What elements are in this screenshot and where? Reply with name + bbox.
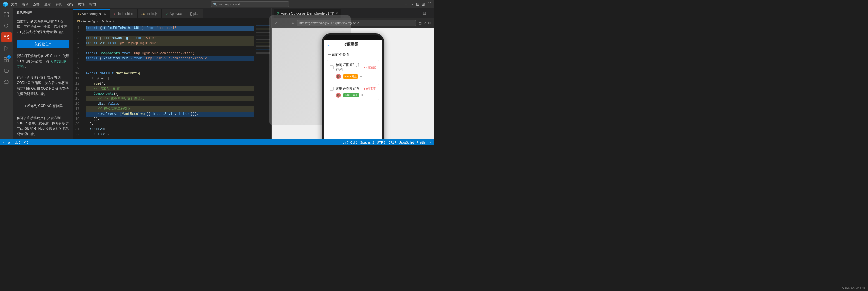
- preview-close-button[interactable]: ✕: [336, 12, 338, 15]
- menu-run[interactable]: 运行: [67, 2, 73, 7]
- tab-index-html-label: index.html: [118, 12, 133, 16]
- tab-more[interactable]: {} pi...: [186, 9, 203, 18]
- tab-index-html[interactable]: ◇ index.html: [110, 9, 138, 18]
- svg-marker-7: [5, 46, 8, 51]
- sidebar-coding-text: 你还可直接将此文件夹发布到 CODING 存储库。发布后，你将有权访问由 Git…: [13, 72, 73, 99]
- phone-section-title: 开庭前准备 5: [324, 50, 382, 59]
- vscode-logo-icon: [3, 2, 8, 7]
- status-language[interactable]: JavaScript: [399, 141, 413, 144]
- task-meta-1: 🐻 03-28 截止 ≡: [330, 74, 376, 79]
- status-cursor[interactable]: Ln 7, Col 1: [343, 141, 358, 144]
- activity-search[interactable]: [1, 21, 11, 31]
- tab-bar: JS vite.config.js ✕ ◇ index.html JS main…: [73, 8, 271, 18]
- svg-rect-12: [7, 60, 9, 62]
- svg-point-0: [4, 24, 8, 27]
- sidebar-title: 源代码管理: [13, 8, 73, 16]
- tab-more-label: {} pi...: [190, 12, 198, 16]
- browser-open-external-icon[interactable]: ⬒: [418, 21, 422, 25]
- activity-run[interactable]: [1, 43, 11, 53]
- nav-back-icon[interactable]: ←: [404, 2, 408, 6]
- breadcrumb-separator: ›: [99, 20, 100, 23]
- init-repo-button[interactable]: 初始化仓库: [17, 40, 69, 48]
- sidebar-github-text: 你可以直接将此文件夹发布到 GitHub 仓库。发布后，你将有权访问由 Git …: [13, 113, 73, 139]
- svg-line-1: [7, 27, 9, 28]
- extensions-badge: 1: [7, 55, 11, 59]
- menu-file[interactable]: 文件: [11, 2, 18, 7]
- tab-vite-config-label: vite.config.js: [83, 12, 101, 16]
- menu-terminal[interactable]: 终端: [78, 2, 85, 7]
- preview-content: ‹ e租宝案 开庭前准备 5 核对证据原件并存档 e租宝案: [272, 28, 434, 139]
- code-content[interactable]: import { fileURLToPath, URL } from 'node…: [83, 24, 254, 139]
- activity-explorer[interactable]: [1, 9, 11, 20]
- svg-point-3: [7, 38, 9, 39]
- menu-goto[interactable]: 转到: [56, 2, 62, 7]
- phone-back-button[interactable]: ‹: [328, 42, 329, 47]
- menu-select[interactable]: 选择: [33, 2, 40, 7]
- tab-vite-config[interactable]: JS vite.config.js ✕: [73, 9, 110, 18]
- more-options-icon[interactable]: ···: [428, 11, 432, 16]
- phone-title: e租宝案: [331, 42, 371, 47]
- breadcrumb: JS vite.config.js › ⊙ default: [73, 18, 271, 24]
- task-dot-2: [364, 88, 365, 90]
- tab-main-js[interactable]: JS main.js: [138, 9, 162, 18]
- tab-app-vue[interactable]: ▽ App.vue: [162, 9, 186, 18]
- breadcrumb-file[interactable]: vite.config.js: [81, 20, 98, 23]
- activity-extensions[interactable]: 1: [1, 55, 11, 65]
- tab-overflow-button[interactable]: ···: [203, 9, 211, 18]
- search-box[interactable]: 🔍 vuejs-quickstart: [211, 1, 289, 7]
- breadcrumb-file-icon: JS: [76, 20, 80, 23]
- task-item-2: 调取并查阅案卷 e租宝案 🐻 下周一 截止 ≡: [327, 84, 379, 100]
- split-editor-icon[interactable]: ⊟: [416, 2, 420, 6]
- tab-main-js-label: main.js: [147, 12, 157, 16]
- layout-icon[interactable]: ⊞: [422, 2, 425, 6]
- task-tag-1: e租宝案: [364, 65, 376, 69]
- task-list-icon-2: ≡: [361, 93, 363, 97]
- search-area: 🔍 vuejs-quickstart: [99, 1, 401, 7]
- task-item-1: 核对证据原件并存档 e租宝案 🐻 03-28 截止 ≡: [327, 60, 379, 82]
- task-name-2: 调取并查阅案卷: [336, 86, 361, 91]
- task-dot-1: [364, 66, 365, 68]
- task-date-2: 下周一 截止: [343, 93, 360, 97]
- publish-coding-button[interactable]: ⊙ 发布到 CODING 存储库: [17, 102, 69, 110]
- code-editor[interactable]: 12345678910111213141516171819202122 impo…: [73, 24, 271, 139]
- vue-file-icon: ▽: [165, 12, 168, 16]
- window-controls: ← → ⊟ ⊞ ⛶: [404, 2, 431, 6]
- status-sync-icon[interactable]: ⑂: [429, 141, 431, 144]
- split-view-icon[interactable]: ⊟: [423, 11, 426, 16]
- task-checkbox-2[interactable]: [330, 87, 334, 91]
- task-tag-2: e租宝案: [364, 87, 376, 91]
- browser-grid-icon[interactable]: ⊞: [428, 21, 431, 25]
- fullscreen-icon[interactable]: ⛶: [427, 2, 431, 6]
- activity-bar: 1: [0, 8, 13, 139]
- menu-edit[interactable]: 编辑: [22, 2, 29, 7]
- task-checkbox-1[interactable]: [330, 65, 334, 69]
- status-branch[interactable]: ⑂ main: [3, 141, 12, 144]
- status-errors[interactable]: ✗ 0: [23, 141, 28, 144]
- status-eol[interactable]: CRLF: [388, 141, 396, 144]
- svg-line-6: [5, 38, 7, 39]
- activity-remote[interactable]: [1, 66, 11, 76]
- activity-source-control[interactable]: [1, 32, 11, 42]
- breadcrumb-symbol-icon: ⊙: [101, 19, 104, 23]
- status-encoding[interactable]: UTF-8: [377, 141, 385, 144]
- status-spaces[interactable]: Spaces: 2: [360, 141, 374, 144]
- sidebar-no-git-message: 当前打开的文件夹中没有 Git 仓库。可初始化一个仓库，它将实现 Git 提供支…: [13, 16, 73, 38]
- minimap: [254, 24, 271, 139]
- nav-forward-icon[interactable]: →: [410, 2, 414, 6]
- status-bar: ⑂ main ⚠ 0 ✗ 0 Ln 7, Col 1 Spaces: 2 UTF…: [0, 139, 434, 146]
- breadcrumb-symbol[interactable]: default: [105, 20, 114, 23]
- status-warnings[interactable]: ⚠ 0: [15, 141, 21, 144]
- phone-mockup: ‹ e租宝案 开庭前准备 5 核对证据原件并存档 e租宝案: [322, 33, 384, 139]
- svg-rect-11: [4, 60, 6, 62]
- task-avatar-1: 🐻: [336, 74, 341, 79]
- js-file-icon: JS: [77, 12, 81, 16]
- preview-tab-label: Vue.js Quickstart Demo(node:5173): [281, 11, 334, 16]
- tab-app-vue-label: App.vue: [169, 12, 182, 16]
- browser-help-icon[interactable]: ?: [424, 21, 426, 25]
- status-formatter[interactable]: Prettier: [416, 141, 427, 144]
- menu-view[interactable]: 查看: [44, 2, 51, 7]
- activity-cloud[interactable]: [1, 77, 11, 87]
- menu-help[interactable]: 帮助: [89, 2, 96, 7]
- tab-vite-config-close[interactable]: ✕: [104, 12, 106, 16]
- task-top-1: 核对证据原件并存档 e租宝案: [330, 63, 376, 72]
